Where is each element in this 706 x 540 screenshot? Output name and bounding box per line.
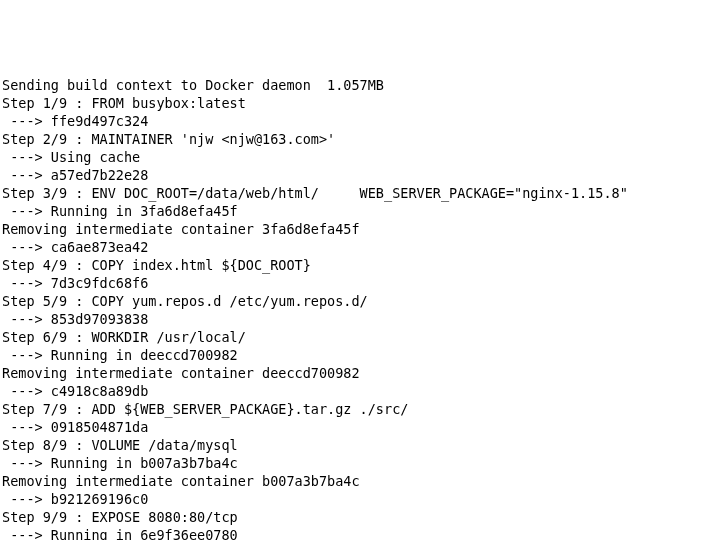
terminal-line: ---> Running in deeccd700982 <box>2 346 704 364</box>
terminal-line: ---> 0918504871da <box>2 418 704 436</box>
terminal-line: ---> ca6ae873ea42 <box>2 238 704 256</box>
terminal-line: Removing intermediate container 3fa6d8ef… <box>2 220 704 238</box>
terminal-line: ---> 7d3c9fdc68f6 <box>2 274 704 292</box>
terminal-line: Step 5/9 : COPY yum.repos.d /etc/yum.rep… <box>2 292 704 310</box>
terminal-line: Step 3/9 : ENV DOC_ROOT=/data/web/html/ … <box>2 184 704 202</box>
terminal-line: Step 2/9 : MAINTAINER 'njw <njw@163.com>… <box>2 130 704 148</box>
terminal-line: Removing intermediate container deeccd70… <box>2 364 704 382</box>
terminal-line: Step 8/9 : VOLUME /data/mysql <box>2 436 704 454</box>
terminal-line: ---> c4918c8a89db <box>2 382 704 400</box>
terminal-line: ---> Running in b007a3b7ba4c <box>2 454 704 472</box>
terminal-line: ---> Running in 3fa6d8efa45f <box>2 202 704 220</box>
terminal-line: ---> b921269196c0 <box>2 490 704 508</box>
terminal-line: ---> Using cache <box>2 148 704 166</box>
terminal-line: Step 1/9 : FROM busybox:latest <box>2 94 704 112</box>
terminal-line: ---> 853d97093838 <box>2 310 704 328</box>
terminal-line: Step 4/9 : COPY index.html ${DOC_ROOT} <box>2 256 704 274</box>
terminal-output: Sending build context to Docker daemon 1… <box>2 76 704 540</box>
terminal-line: Sending build context to Docker daemon 1… <box>2 76 704 94</box>
terminal-line: Removing intermediate container b007a3b7… <box>2 472 704 490</box>
terminal-line: Step 6/9 : WORKDIR /usr/local/ <box>2 328 704 346</box>
terminal-line: ---> Running in 6e9f36ee0780 <box>2 526 704 540</box>
terminal-line: ---> ffe9d497c324 <box>2 112 704 130</box>
terminal-line: ---> a57ed7b22e28 <box>2 166 704 184</box>
terminal-line: Step 9/9 : EXPOSE 8080:80/tcp <box>2 508 704 526</box>
terminal-line: Step 7/9 : ADD ${WEB_SERVER_PACKAGE}.tar… <box>2 400 704 418</box>
